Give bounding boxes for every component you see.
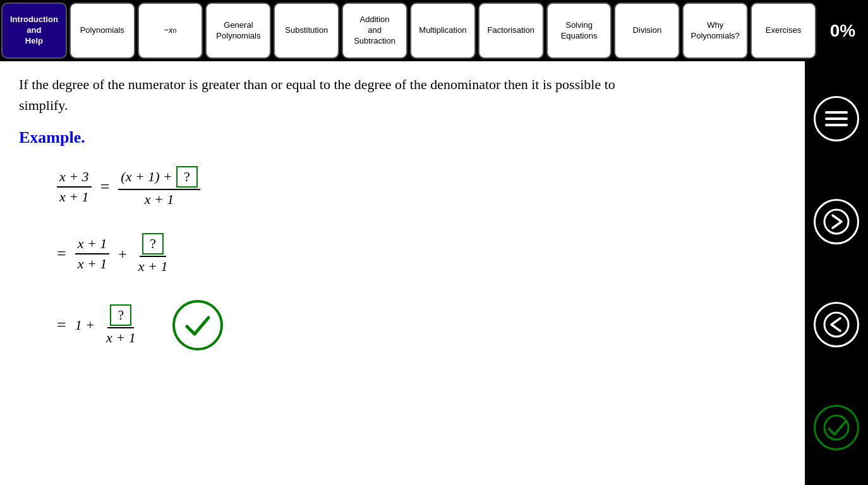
frac-num-right-2: ? <box>140 233 166 257</box>
progress-display: 0% <box>817 0 868 61</box>
check-circle-large <box>172 300 223 350</box>
equation-row-3: = 1 + ? x + 1 <box>57 300 223 350</box>
tab-exercises[interactable]: Exercises <box>750 3 816 59</box>
svg-point-4 <box>824 313 848 337</box>
svg-point-5 <box>824 416 848 440</box>
tab-introduction[interactable]: IntroductionandHelp <box>1 3 67 59</box>
tab-solving-equations[interactable]: SolvingEquations <box>546 3 612 59</box>
back-arrow-icon <box>823 311 850 338</box>
question-box-2[interactable]: ? <box>142 233 164 254</box>
menu-icon <box>823 105 850 133</box>
right-sidebar <box>805 61 868 485</box>
content-area: If the degree of the numerator is greate… <box>0 61 805 485</box>
tab-neg-xn[interactable]: −xn <box>138 3 203 59</box>
tab-why-polynomials[interactable]: WhyPolynomials? <box>682 3 748 59</box>
menu-button[interactable] <box>814 96 859 141</box>
frac-den-1: x + 1 <box>57 188 92 205</box>
intro-text: If the degree of the numerator is greate… <box>19 74 625 116</box>
next-arrow-icon <box>823 208 850 236</box>
main-area: If the degree of the numerator is greate… <box>0 61 868 485</box>
frac-den-right-3: x + 1 <box>104 328 138 346</box>
tab-factorisation[interactable]: Factorisation <box>478 3 544 59</box>
confirm-check-icon <box>823 414 850 441</box>
back-button[interactable] <box>814 302 859 347</box>
fraction-left-1: x + 3 x + 1 <box>57 169 92 205</box>
equation-row-2: = x + 1 x + 1 + ? x + 1 <box>57 233 170 275</box>
next-button[interactable] <box>814 199 859 244</box>
top-navigation: IntroductionandHelp Polynomials −xn Gene… <box>0 0 868 61</box>
equals-sign-3: = <box>57 316 66 335</box>
tab-addition-subtraction[interactable]: AdditionandSubtraction <box>342 3 407 59</box>
equation-row-1: x + 3 x + 1 = (x + 1) + ? x + 1 <box>57 166 200 208</box>
fraction-right-3: ? x + 1 <box>104 304 138 346</box>
tab-substitution[interactable]: Substitution <box>274 3 339 59</box>
checkmark-large-icon <box>182 309 214 341</box>
fraction-left-2: x + 1 x + 1 <box>75 236 110 272</box>
frac-num-right-1: (x + 1) + ? <box>118 166 200 190</box>
tab-division[interactable]: Division <box>614 3 680 59</box>
fraction-right-1: (x + 1) + ? x + 1 <box>118 166 200 208</box>
frac-den-2: x + 1 <box>75 254 110 272</box>
svg-point-3 <box>824 210 848 234</box>
question-box-3[interactable]: ? <box>110 304 131 326</box>
frac-num-2: x + 1 <box>75 236 110 254</box>
confirm-button[interactable] <box>814 405 859 450</box>
question-box-1[interactable]: ? <box>176 166 198 188</box>
equals-sign-1: = <box>100 177 110 196</box>
frac-den-right-2: x + 1 <box>136 257 171 275</box>
one-text: 1 + <box>75 317 95 333</box>
frac-num-1: x + 3 <box>57 169 92 188</box>
tab-multiplication[interactable]: Multiplication <box>410 3 476 59</box>
frac-num-right-3: ? <box>107 304 134 328</box>
tab-polynomials[interactable]: Polynomials <box>69 3 135 59</box>
plus-sign-2: + <box>118 246 127 263</box>
equations-area: x + 3 x + 1 = (x + 1) + ? x + 1 <box>19 166 786 357</box>
example-label: Example. <box>19 128 786 147</box>
fraction-right-2: ? x + 1 <box>136 233 171 275</box>
tab-general-polynomials[interactable]: GeneralPolynomials <box>205 3 271 59</box>
equals-sign-2: = <box>57 244 66 263</box>
frac-den-right-1: x + 1 <box>142 190 177 208</box>
